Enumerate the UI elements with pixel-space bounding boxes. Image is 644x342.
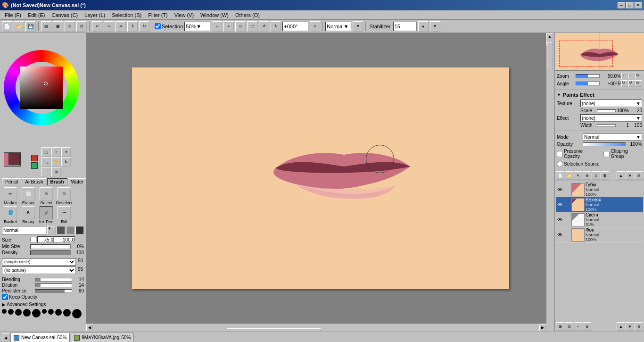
brush-tool-select[interactable]: ⊕ Select — [38, 187, 55, 205]
persistence-slider[interactable] — [35, 289, 72, 293]
shape-dropdown[interactable]: (simple circle) — [2, 258, 76, 266]
angle-dropdown[interactable]: +000° — [282, 22, 308, 31]
angle-cw-btn[interactable]: ↻ — [621, 80, 628, 87]
brush-tool-bucket[interactable]: 🪣 Bucket — [2, 206, 19, 224]
preserve-opacity-checkbox[interactable] — [557, 151, 563, 157]
brush-tab-pencil[interactable]: Pencil — [2, 178, 21, 185]
rpb-btn4[interactable]: ⊗ — [583, 322, 591, 331]
layer-add-btn[interactable]: 📄 — [556, 171, 564, 180]
stabilizer-up-btn[interactable]: ▲ — [418, 21, 429, 32]
blend-mode-dropdown[interactable]: Normal — [2, 226, 46, 234]
layer-new-copy-btn[interactable]: ⊞ — [635, 171, 643, 180]
tip-9[interactable] — [32, 309, 41, 317]
keep-opacity-checkbox[interactable] — [2, 294, 8, 300]
extra-swatch-1[interactable] — [31, 155, 38, 161]
opacity-slider[interactable] — [583, 142, 626, 146]
background-swatch[interactable] — [8, 153, 20, 165]
layer-move-up-btn[interactable]: ▲ — [617, 171, 625, 180]
brush-tool-eraser[interactable]: ⬜ Eraser — [20, 187, 37, 205]
menu-layer[interactable]: Layer (L) — [82, 11, 108, 19]
blending-slider[interactable] — [35, 278, 72, 282]
effect-pe-dropdown[interactable]: (none)▼ — [580, 114, 642, 122]
layer-eye-sketch[interactable]: 👁 — [556, 216, 564, 224]
misc-tool[interactable]: ⊞ — [51, 167, 61, 176]
rpb-btn2[interactable]: ⊡ — [565, 322, 573, 331]
rot-left-btn[interactable]: ↺ — [259, 21, 269, 32]
size-multiplier[interactable] — [37, 236, 54, 243]
menu-window[interactable]: Window (W) — [198, 11, 231, 19]
layer-move-down-btn[interactable]: ▼ — [626, 171, 634, 180]
rot-right-btn[interactable]: ↻ — [271, 21, 281, 32]
texture-pe-dropdown[interactable]: (none)▼ — [580, 100, 642, 107]
clipping-group-checkbox[interactable] — [603, 151, 610, 157]
angle-reset-btn[interactable]: ⊙ — [636, 80, 642, 87]
move-tool[interactable]: ✛ — [61, 147, 71, 157]
select-rect-tool[interactable]: ⬚ — [41, 147, 51, 157]
layer-linework-btn[interactable]: ✎ — [574, 171, 582, 180]
zoom-tool[interactable]: 🔍 — [41, 157, 51, 167]
tool-btn3[interactable]: ⊞ — [65, 21, 75, 32]
scroll-h-left[interactable]: ◀ — [86, 325, 93, 331]
layer-item-vekhnaya[interactable]: 👁 Вехняя Normal 100% — [556, 197, 643, 212]
minimize-button[interactable]: ─ — [618, 2, 625, 8]
undo-btn[interactable]: ↩ — [92, 21, 102, 32]
zoom-plus-btn[interactable]: + — [621, 73, 628, 79]
width-slider[interactable] — [597, 124, 616, 127]
mode-dropdown[interactable]: Normal▼ — [325, 22, 351, 31]
scroll-v-up[interactable]: ▲ — [546, 33, 553, 40]
select-lasso-tool[interactable]: ⌇ — [51, 147, 61, 157]
dilution-slider[interactable] — [35, 284, 72, 287]
blend-down-btn[interactable]: ▼ — [47, 226, 56, 234]
stabilizer-down-btn[interactable]: ▼ — [430, 21, 440, 32]
tool-btn1[interactable]: ▤ — [41, 21, 51, 32]
tool-btn4[interactable]: ⊟ — [76, 21, 87, 32]
tip-5[interactable] — [2, 309, 7, 314]
layer-delete-btn[interactable]: 🗑 — [601, 171, 609, 180]
close-button[interactable]: ✕ — [635, 2, 642, 8]
layer-item-guby[interactable]: 👁 Губы Normal 100% — [556, 182, 643, 197]
density-slider[interactable] — [30, 250, 71, 255]
rotate-tool[interactable]: ↻ — [61, 157, 71, 167]
layer-merge-down-btn[interactable]: ⇓ — [592, 171, 600, 180]
selection-source-radio[interactable] — [557, 161, 563, 167]
tip-12[interactable] — [48, 309, 54, 315]
brush-tab-airbrush[interactable]: AirBrush — [22, 178, 46, 185]
flip-v-btn[interactable]: ⇕ — [127, 21, 138, 32]
rpb-btn5[interactable]: ▲ — [617, 322, 625, 331]
rpb-btn6[interactable]: ▼ — [626, 322, 634, 331]
brush-tab-brush[interactable]: Brush — [47, 178, 67, 185]
tool-btn2[interactable]: ▦ — [53, 21, 63, 32]
tab-new-canvas[interactable]: New Canvas.sai 50% — [10, 333, 70, 342]
extra-swatch-2[interactable] — [31, 162, 38, 169]
brush-tool-rift[interactable]: 〜 Rift — [56, 206, 73, 224]
color-wheel[interactable] — [4, 50, 79, 125]
tip-20[interactable] — [72, 309, 82, 318]
tip-16[interactable] — [63, 309, 71, 317]
save-btn[interactable]: 💾 — [25, 21, 36, 32]
blend-btn2[interactable] — [57, 226, 65, 234]
brush-tab-water[interactable]: Water — [68, 178, 86, 185]
drawing-canvas[interactable] — [132, 67, 509, 289]
layer-eye-fon[interactable]: 👁 — [556, 231, 564, 239]
stabilizer-dropdown[interactable]: 15 — [393, 22, 417, 31]
flip-h-btn[interactable]: ⇔ — [116, 21, 126, 32]
canvas-area[interactable]: ▲ ▼ ◀ ▶ — [86, 33, 554, 332]
layer-eye-guby[interactable]: 👁 — [556, 186, 564, 193]
layer-add-group-btn[interactable]: 📁 — [565, 171, 573, 180]
menu-view[interactable]: View (V) — [172, 11, 197, 19]
restore-button[interactable]: □ — [626, 2, 634, 8]
zoom-minus-btn[interactable]: - — [628, 73, 635, 79]
size-checkbox[interactable] — [30, 237, 36, 243]
zoom-dropdown[interactable]: 50%▼ — [184, 22, 210, 31]
menu-filter[interactable]: Filter (T) — [145, 11, 171, 19]
brush-tool-marker[interactable]: ✏ Marker — [2, 187, 19, 205]
scroll-h-right[interactable]: ▶ — [539, 325, 546, 331]
brush-tool-binary[interactable]: B Binary — [20, 206, 37, 224]
tip-14[interactable] — [55, 309, 62, 316]
rpb-btn1[interactable]: ⊞ — [556, 322, 564, 331]
blend-btn4[interactable] — [75, 226, 84, 234]
menu-edit[interactable]: Edit (E) — [25, 11, 48, 19]
rotate-btn[interactable]: ↻ — [139, 21, 149, 32]
open-btn[interactable]: 📂 — [14, 21, 24, 32]
menu-canvas[interactable]: Canvas (C) — [49, 11, 81, 19]
